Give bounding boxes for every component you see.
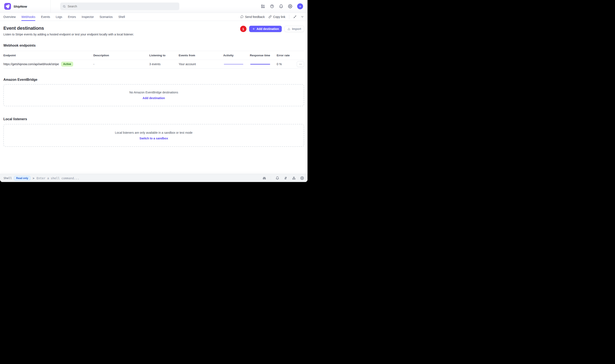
col-error-rate: Error rate xyxy=(277,54,296,57)
workbench-tabbar: Overview Webhooks Events Logs Errors Ins… xyxy=(0,13,308,21)
shell-toolbar xyxy=(263,176,304,181)
app-logo[interactable] xyxy=(4,3,11,10)
local-listeners-heading: Local listeners xyxy=(3,117,304,121)
cell-listening-to: 3 events xyxy=(149,62,179,66)
table-header-row: Endpoint Description Listening to Events… xyxy=(3,51,304,60)
cell-error-rate: 0 % xyxy=(277,62,296,66)
plus-icon xyxy=(299,5,302,8)
eventbridge-add-destination-link[interactable]: Add destination xyxy=(142,96,165,100)
send-feedback-button[interactable]: Send feedback xyxy=(240,15,265,19)
readonly-badge: Read only xyxy=(14,176,30,181)
rocket-icon xyxy=(6,4,10,8)
webhook-endpoints-section: Webhook endpoints Endpoint Description L… xyxy=(3,44,304,68)
brand-name: ShipNow xyxy=(14,5,27,8)
chevron-down-icon[interactable] xyxy=(301,15,304,19)
import-label: Import xyxy=(292,27,301,31)
eventbridge-section: Amazon EventBridge No Amazon EventBridge… xyxy=(3,78,304,106)
page-header: Event destinations Listen to Stripe even… xyxy=(3,21,304,36)
tabbar-actions: Send feedback Copy link xyxy=(240,13,304,21)
search-icon xyxy=(63,5,66,8)
sort-updown-icon[interactable] xyxy=(284,176,287,180)
switch-to-sandbox-link[interactable]: Switch to a sandbox xyxy=(140,137,168,140)
page-title: Event destinations xyxy=(3,26,134,31)
notifications-bell-icon[interactable] xyxy=(279,4,283,8)
link-icon xyxy=(268,15,272,18)
notifications-bell-icon[interactable] xyxy=(276,176,279,180)
page-actions: 1 Add destination Import xyxy=(240,26,304,32)
endpoint-url[interactable]: https://getshipnow.com/api/webhook/strip… xyxy=(3,62,59,66)
page-subtitle: Listen to Stripe events by adding a host… xyxy=(3,33,134,36)
header-actions xyxy=(261,3,308,9)
add-destination-label: Add destination xyxy=(257,27,279,31)
col-activity: Activity xyxy=(223,54,250,57)
col-response-time: Response time xyxy=(250,54,277,57)
tab-scenarios[interactable]: Scenarios xyxy=(99,13,112,21)
col-events-from: Events from xyxy=(179,54,223,57)
top-header: ShipNow xyxy=(0,0,308,13)
webhook-endpoints-table: Endpoint Description Listening to Events… xyxy=(3,51,304,68)
main-content: Event destinations Listen to Stripe even… xyxy=(0,21,308,174)
tab-inspector[interactable]: Inspector xyxy=(82,13,94,21)
activity-sparkline xyxy=(224,64,243,65)
tab-events[interactable]: Events xyxy=(41,13,50,21)
app-window: ShipNow xyxy=(0,0,308,182)
shell-bar: Shell Read only > xyxy=(0,174,308,182)
tab-shell[interactable]: Shell xyxy=(118,13,125,21)
divider xyxy=(271,176,271,181)
feedback-bubble-icon xyxy=(240,15,243,18)
settings-gear-icon[interactable] xyxy=(288,4,292,8)
global-search[interactable] xyxy=(60,2,179,10)
tab-overview[interactable]: Overview xyxy=(3,13,16,21)
local-listeners-empty-state: Local listeners are only available in a … xyxy=(3,124,304,147)
shell-prompt: > xyxy=(33,177,34,180)
local-listeners-empty-text: Local listeners are only available in a … xyxy=(115,131,192,134)
settings-gear-icon[interactable] xyxy=(300,176,304,180)
cell-events-from: Your account xyxy=(179,62,223,66)
copy-link-label: Copy link xyxy=(273,15,285,19)
webhook-icon[interactable] xyxy=(292,176,296,180)
annotation-badge: 1 xyxy=(240,26,246,32)
tab-errors[interactable]: Errors xyxy=(68,13,76,21)
eventbridge-heading: Amazon EventBridge xyxy=(3,78,304,82)
divider xyxy=(289,14,289,19)
tabs: Overview Webhooks Events Logs Errors Ins… xyxy=(3,13,125,21)
apps-grid-icon[interactable] xyxy=(261,4,265,8)
tab-logs[interactable]: Logs xyxy=(56,13,62,21)
plus-icon xyxy=(252,27,255,30)
shell-command-input[interactable] xyxy=(37,177,125,180)
help-icon[interactable] xyxy=(270,4,274,8)
binoculars-icon[interactable] xyxy=(263,176,266,180)
response-time-sparkline xyxy=(250,64,270,65)
row-overflow-menu-button[interactable] xyxy=(297,61,304,67)
import-button[interactable]: Import xyxy=(284,26,304,32)
import-download-icon xyxy=(287,27,290,30)
collapse-icon[interactable] xyxy=(293,15,297,19)
col-endpoint: Endpoint xyxy=(3,54,93,57)
send-feedback-label: Send feedback xyxy=(245,15,265,19)
status-badge: Active xyxy=(61,62,73,66)
tab-webhooks[interactable]: Webhooks xyxy=(21,13,35,21)
eventbridge-empty-text: No Amazon EventBridge destinations xyxy=(129,91,178,94)
eventbridge-empty-state: No Amazon EventBridge destinations Add d… xyxy=(3,84,304,106)
search-input[interactable] xyxy=(68,5,177,8)
shell-label: Shell xyxy=(4,177,12,180)
ellipsis-icon xyxy=(299,63,302,66)
add-destination-button[interactable]: Add destination xyxy=(249,26,282,32)
webhook-endpoints-heading: Webhook endpoints xyxy=(3,44,304,47)
brand: ShipNow xyxy=(0,0,51,13)
copy-link-button[interactable]: Copy link xyxy=(268,15,285,19)
col-listening-to: Listening to xyxy=(149,54,179,57)
col-description: Description xyxy=(93,54,149,57)
table-row[interactable]: https://getshipnow.com/api/webhook/strip… xyxy=(3,60,304,68)
cell-description: - xyxy=(93,62,149,66)
local-listeners-section: Local listeners Local listeners are only… xyxy=(3,117,304,147)
create-button[interactable] xyxy=(297,3,303,9)
